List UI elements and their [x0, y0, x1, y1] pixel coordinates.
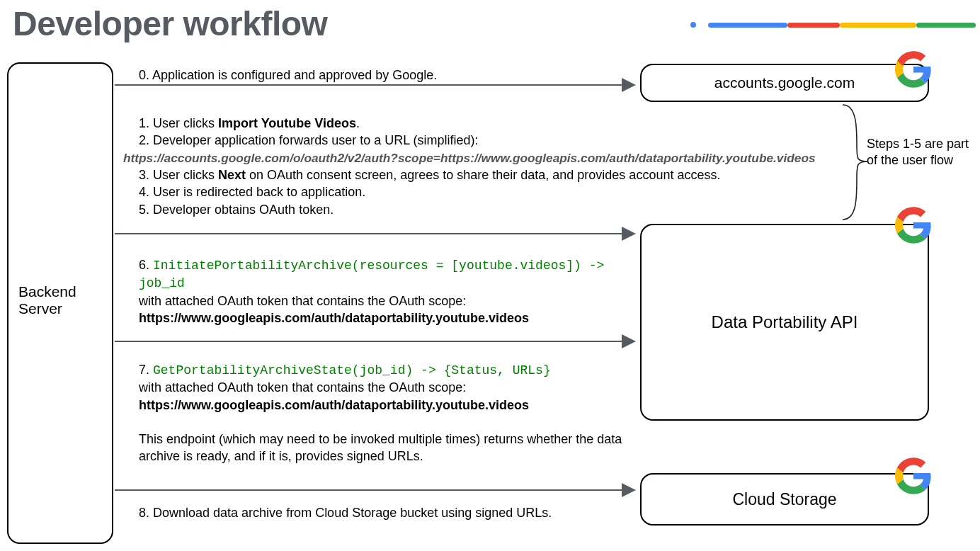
- backend-server-label: Backend Server: [18, 283, 103, 317]
- step-8-text: 8. Download data archive from Cloud Stor…: [139, 504, 552, 521]
- step-0-text: 0. Application is configured and approve…: [139, 67, 437, 84]
- step-7-block: 7. GetPortabilityArchiveState(job_id) ->…: [139, 361, 642, 465]
- step-1-post: .: [356, 116, 360, 130]
- step-6-code: InitiatePortabilityArchive(resources = […: [139, 259, 604, 290]
- step-4: 4. User is redirected back to applicatio…: [139, 185, 365, 199]
- google-logo-icon: [894, 205, 933, 248]
- step-3-pre: 3. User clicks: [139, 168, 218, 182]
- decorative-segment-yellow: [840, 23, 916, 28]
- accounts-google-box: accounts.google.com: [640, 64, 929, 102]
- google-logo-icon: [894, 50, 933, 92]
- google-logo-icon: [894, 456, 933, 499]
- step-2-url: https://accounts.google.com/o/oauth2/v2/…: [123, 151, 816, 165]
- step-1-bold: Import Youtube Videos: [218, 116, 356, 130]
- accounts-google-label: accounts.google.com: [714, 74, 855, 91]
- step-6-scope: https://www.googleapis.com/auth/dataport…: [139, 311, 529, 325]
- decorative-segment-red: [787, 23, 840, 28]
- step-6-line2: with attached OAuth token that contains …: [139, 294, 466, 308]
- data-portability-api-box: Data Portability API: [640, 224, 929, 421]
- decorative-segment-green: [916, 23, 976, 28]
- backend-server-box: Backend Server: [7, 62, 113, 544]
- step-7-desc: This endpoint (which may need to be invo…: [139, 432, 622, 463]
- step-7-num: 7.: [139, 363, 153, 377]
- step-3-bold: Next: [218, 168, 246, 182]
- step-5: 5. Developer obtains OAuth token.: [139, 203, 334, 217]
- cloud-storage-box: Cloud Storage: [640, 473, 929, 526]
- step-1-5-block: 1. User clicks Import Youtube Videos. 2.…: [139, 115, 847, 218]
- cloud-storage-label: Cloud Storage: [732, 490, 836, 509]
- step-2-line1: 2. Developer application forwards user t…: [139, 133, 479, 147]
- data-portability-api-label: Data Portability API: [712, 312, 858, 332]
- step-7-line2: with attached OAuth token that contains …: [139, 380, 466, 394]
- decorative-segment-blue: [708, 23, 787, 28]
- step-6-block: 6. InitiatePortabilityArchive(resources …: [139, 256, 634, 326]
- step-7-scope: https://www.googleapis.com/auth/dataport…: [139, 398, 529, 412]
- decorative-dot-icon: [690, 22, 696, 28]
- step-7-code: GetPortabilityArchiveState(job_id) -> {S…: [153, 363, 551, 377]
- step-3-post: on OAuth consent screen, agrees to share…: [246, 168, 720, 182]
- page-title: Developer workflow: [13, 4, 327, 43]
- step-1-pre: 1. User clicks: [139, 116, 218, 130]
- step-6-num: 6.: [139, 258, 153, 272]
- aside-note: Steps 1-5 are part of the user flow: [867, 136, 973, 169]
